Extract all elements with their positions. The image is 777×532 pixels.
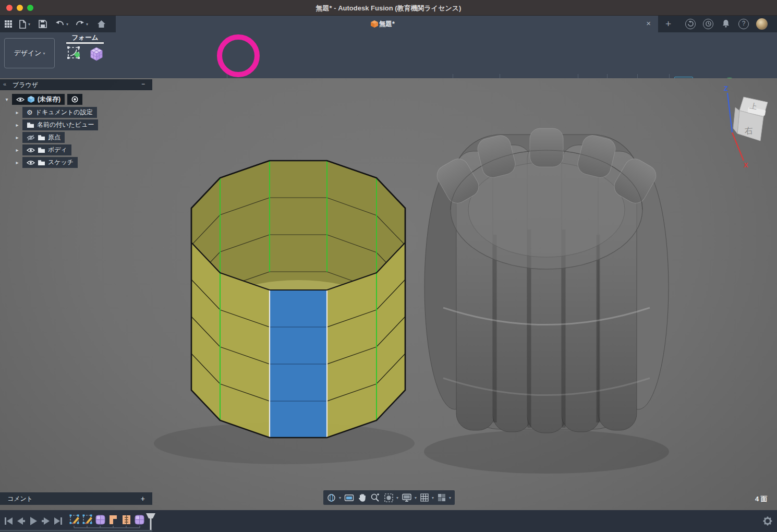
create-sketch-button[interactable]	[65, 44, 84, 63]
workspace-label: デザイン	[14, 49, 41, 58]
selected-faces[interactable]	[270, 290, 327, 438]
expand-chevron-icon[interactable]: ▸	[15, 135, 20, 140]
timeline-form-feature[interactable]	[96, 515, 105, 524]
orbit-button[interactable]	[326, 493, 336, 503]
pan-hand-icon	[358, 493, 367, 502]
skip-to-start-button[interactable]	[5, 517, 13, 525]
viewports-icon	[437, 493, 446, 502]
row-label: 原点	[48, 133, 60, 142]
timeline-settings-button[interactable]	[762, 516, 773, 526]
viewcube-right-label: 右	[744, 126, 753, 135]
timeline-face-feature[interactable]	[110, 515, 117, 524]
comments-label: コメント	[7, 494, 33, 503]
step-back-button[interactable]	[17, 517, 25, 525]
help-button[interactable]: ?	[738, 19, 749, 29]
browser-root-row[interactable]: ▾ (未保存)	[4, 94, 82, 105]
minimize-browser-icon[interactable]: −	[141, 80, 145, 88]
fit-caret[interactable]: ▾	[396, 495, 398, 500]
look-at-button[interactable]	[344, 493, 354, 502]
tab-close-icon[interactable]: ×	[646, 19, 651, 28]
browser-row-origin[interactable]: ▸ 原点	[15, 132, 65, 143]
expand-chevron-icon[interactable]: ▸	[15, 147, 20, 153]
grid-caret[interactable]: ▾	[432, 495, 434, 500]
browser-row-bodies[interactable]: ▸ ボディ	[15, 144, 71, 155]
navigation-bar: ▾ ▾	[323, 490, 455, 505]
visibility-eye-icon[interactable]	[16, 97, 25, 102]
new-tab-button[interactable]: +	[665, 18, 671, 30]
expand-chevron-icon[interactable]: ▾	[4, 96, 9, 102]
orbit-caret[interactable]: ▾	[339, 495, 341, 500]
expand-chevron-icon[interactable]: ▸	[15, 160, 20, 165]
row-label: スケッチ	[48, 158, 74, 167]
notifications-button[interactable]	[721, 19, 731, 29]
undo-button[interactable]: ▾	[55, 18, 68, 30]
timeline-position-marker[interactable]	[146, 513, 155, 530]
tspline-body[interactable]	[154, 161, 415, 464]
tab-title: 無題*	[116, 20, 658, 29]
orbit-icon	[326, 493, 336, 503]
visibility-eye-icon[interactable]	[27, 148, 35, 153]
timeline-sketch-feature[interactable]	[83, 515, 93, 525]
timeline-sketch-feature[interactable]	[70, 515, 80, 525]
document-name: (未保存)	[38, 95, 60, 104]
skip-to-end-button[interactable]	[54, 517, 62, 525]
undo-icon	[55, 20, 65, 28]
bell-icon	[721, 19, 731, 28]
pan-button[interactable]	[358, 493, 367, 502]
workspace-selector[interactable]: デザイン ▾	[4, 38, 55, 68]
display-settings-button[interactable]	[402, 493, 412, 502]
file-icon	[19, 20, 27, 29]
title-bar: 無題* - Autodesk Fusion (教育機関ライセンス)	[0, 0, 777, 16]
job-status-icon	[688, 21, 694, 27]
zoom-icon	[370, 493, 380, 503]
browser-header[interactable]: « ブラウザ −	[0, 79, 152, 90]
grid-menu-icon	[4, 20, 13, 28]
redo-button[interactable]: ▾	[75, 18, 88, 30]
step-forward-button[interactable]	[42, 517, 50, 525]
viewports-button[interactable]	[437, 493, 446, 502]
viewports-caret[interactable]: ▾	[449, 495, 451, 500]
active-component-radio-icon[interactable]	[71, 96, 78, 103]
browser-row-sketches[interactable]: ▸ スケッチ	[15, 157, 78, 168]
expand-chevron-icon[interactable]: ▸	[15, 110, 20, 115]
user-avatar[interactable]	[756, 18, 768, 30]
browser-row-named-views[interactable]: ▸ 名前の付いたビュー	[15, 119, 98, 130]
browser-row-document-settings[interactable]: ▸ ⚙ ドキュメントの設定	[15, 107, 97, 118]
gear-icon: ⚙	[27, 108, 33, 116]
file-menu-button[interactable]: ▾	[19, 18, 30, 30]
save-button[interactable]	[39, 18, 47, 30]
app-menu-button[interactable]	[4, 18, 13, 30]
comments-panel[interactable]: コメント +	[0, 492, 152, 505]
visibility-eye-icon[interactable]	[27, 160, 35, 165]
display-caret[interactable]: ▾	[415, 495, 417, 500]
main-toolbar: デザイン ▾ フォーム	[0, 32, 777, 78]
document-tab[interactable]: 無題* ×	[116, 16, 658, 32]
create-box-button[interactable]	[87, 44, 106, 63]
activity-button[interactable]	[703, 19, 713, 29]
undo-caret: ▾	[66, 22, 68, 27]
row-label: ドキュメントの設定	[35, 108, 93, 117]
timeline-playback	[4, 516, 64, 526]
timeline-bar	[0, 510, 777, 532]
grid-settings-button[interactable]	[420, 493, 429, 502]
add-comment-button[interactable]: +	[141, 494, 145, 503]
tab-bar: 無題* × ▾ ▾ ▾ +	[0, 16, 777, 32]
visibility-off-eye-icon[interactable]	[27, 135, 35, 141]
view-cube[interactable]: Z X 上 右	[713, 82, 776, 168]
expand-chevron-icon[interactable]: ▸	[15, 122, 20, 128]
fit-button[interactable]	[384, 493, 394, 503]
timeline-scrollbar[interactable]	[0, 530, 152, 531]
job-status-button[interactable]	[685, 19, 696, 29]
timeline-stitch-feature[interactable]	[123, 515, 130, 524]
3d-scene	[0, 78, 777, 510]
zoom-button[interactable]	[370, 493, 380, 503]
smooth-body[interactable]	[424, 128, 669, 474]
timeline-form-feature[interactable]	[135, 515, 144, 524]
viewport-canvas[interactable]: Z X 上 右 コメント + ▾	[0, 78, 777, 532]
collapse-browser-icon[interactable]: «	[3, 81, 6, 87]
home-button[interactable]	[97, 18, 106, 30]
look-at-icon	[344, 493, 354, 502]
play-button[interactable]	[30, 517, 37, 525]
home-icon	[97, 20, 106, 28]
context-tab-form[interactable]: フォーム	[66, 33, 104, 42]
